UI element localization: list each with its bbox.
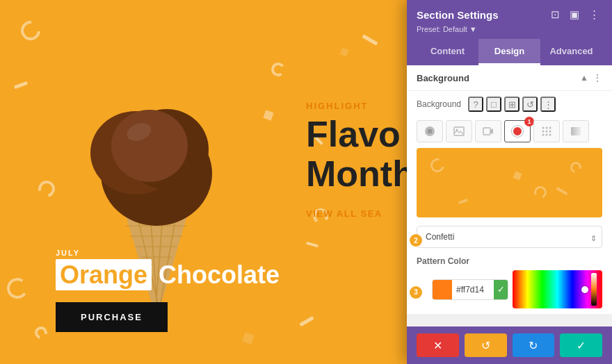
svg-point-26 bbox=[549, 134, 551, 136]
save-button[interactable]: ✓ bbox=[560, 333, 602, 357]
svg-rect-15 bbox=[454, 127, 464, 135]
bg-paste-btn[interactable]: ⊞ bbox=[504, 97, 520, 112]
section-title: Background bbox=[417, 73, 469, 83]
color-hex-input[interactable] bbox=[452, 282, 494, 297]
purchase-button[interactable]: PURCHASE bbox=[56, 302, 168, 332]
bg-tools-row: Background ? □ ⊞ ↺ ⋮ bbox=[407, 91, 612, 117]
view-all-label: VIEW ALL SEA bbox=[306, 208, 382, 219]
step-2-badge: 2 bbox=[410, 234, 422, 247]
panel-body: Background ▲ ⋮ Background ? □ ⊞ ↺ ⋮ bbox=[407, 65, 612, 326]
tab-design[interactable]: Design bbox=[478, 39, 540, 65]
bg-help-btn[interactable]: ? bbox=[468, 97, 483, 112]
color-preview-box[interactable] bbox=[417, 148, 602, 217]
svg-point-22 bbox=[546, 131, 548, 133]
svg-point-21 bbox=[542, 131, 545, 133]
settings-panel: Section Settings ⊡ ▣ ⋮ Preset: Default ▼… bbox=[407, 0, 612, 364]
undo-button[interactable]: ↺ bbox=[465, 333, 507, 357]
section-more-icon[interactable]: ⋮ bbox=[593, 72, 602, 83]
pattern-dropdown-row: 2 Confetti None Dots Lines Zigzag ⇕ bbox=[407, 223, 612, 254]
bg-type-video-btn[interactable] bbox=[475, 120, 501, 142]
tab-content[interactable]: Content bbox=[417, 39, 478, 65]
bg-reset-btn[interactable]: ↺ bbox=[522, 97, 538, 112]
collapse-icon[interactable]: ▲ bbox=[580, 73, 588, 83]
svg-point-23 bbox=[549, 131, 551, 133]
background-section: Background ▲ ⋮ Background ? □ ⊞ ↺ ⋮ bbox=[407, 65, 612, 314]
cancel-button[interactable]: ✕ bbox=[417, 333, 459, 357]
panel-preset[interactable]: Preset: Default ▼ bbox=[417, 25, 602, 33]
svg-rect-17 bbox=[483, 128, 490, 135]
pattern-color-label: Pattern Color bbox=[407, 254, 612, 270]
flavor-name: Orange Chocolate bbox=[56, 260, 280, 290]
bg-more-btn[interactable]: ⋮ bbox=[540, 97, 556, 112]
bg-type-image-btn[interactable] bbox=[446, 120, 472, 142]
svg-point-24 bbox=[542, 134, 545, 136]
svg-rect-27 bbox=[571, 127, 581, 135]
bg-copy-btn[interactable]: □ bbox=[486, 97, 501, 112]
bg-type-gradient-btn[interactable] bbox=[563, 120, 589, 142]
active-indicator: 1 bbox=[524, 117, 534, 126]
bg-type-solid-btn[interactable]: 1 bbox=[504, 120, 531, 142]
bottom-action-bar: ✕ ↺ ↻ ✓ bbox=[407, 326, 612, 364]
tab-advanced[interactable]: Advanced bbox=[540, 39, 602, 65]
bg-type-color-btn[interactable] bbox=[417, 120, 443, 142]
redo-button[interactable]: ↻ bbox=[513, 333, 555, 357]
bg-row-label: Background bbox=[417, 99, 461, 109]
bg-type-row: 1 bbox=[407, 117, 612, 148]
svg-point-19 bbox=[546, 127, 548, 129]
svg-point-25 bbox=[546, 134, 548, 136]
panel-header: Section Settings ⊡ ▣ ⋮ Preset: Default ▼… bbox=[407, 0, 612, 65]
panel-header-icons: ⊡ ▣ ⋮ bbox=[548, 7, 602, 22]
color-spectrum[interactable] bbox=[513, 270, 602, 308]
color-confirm-btn[interactable]: ✓ bbox=[494, 280, 508, 299]
panel-tabs: Content Design Advanced bbox=[417, 39, 602, 65]
step-3-badge: 3 bbox=[410, 286, 422, 299]
bg-type-pattern-btn[interactable] bbox=[533, 120, 560, 142]
grid-icon-btn[interactable]: ▣ bbox=[567, 7, 582, 22]
resize-icon-btn[interactable]: ⊡ bbox=[548, 7, 563, 22]
pattern-select[interactable]: Confetti None Dots Lines Zigzag bbox=[417, 226, 602, 248]
color-picker-row: 3 ✓ bbox=[407, 270, 612, 314]
svg-point-20 bbox=[549, 127, 551, 129]
svg-point-13 bbox=[111, 110, 188, 182]
month-label: JULY bbox=[56, 249, 80, 257]
color-hex-wrap: ✓ bbox=[432, 279, 508, 300]
color-swatch[interactable] bbox=[433, 280, 452, 299]
svg-point-18 bbox=[542, 127, 545, 129]
section-header: Background ▲ ⋮ bbox=[407, 65, 612, 91]
panel-title: Section Settings bbox=[417, 9, 499, 21]
highlight-label: HIGHLIGHT bbox=[306, 101, 369, 111]
more-icon-btn[interactable]: ⋮ bbox=[586, 7, 602, 22]
spectrum-pointer bbox=[581, 286, 588, 293]
